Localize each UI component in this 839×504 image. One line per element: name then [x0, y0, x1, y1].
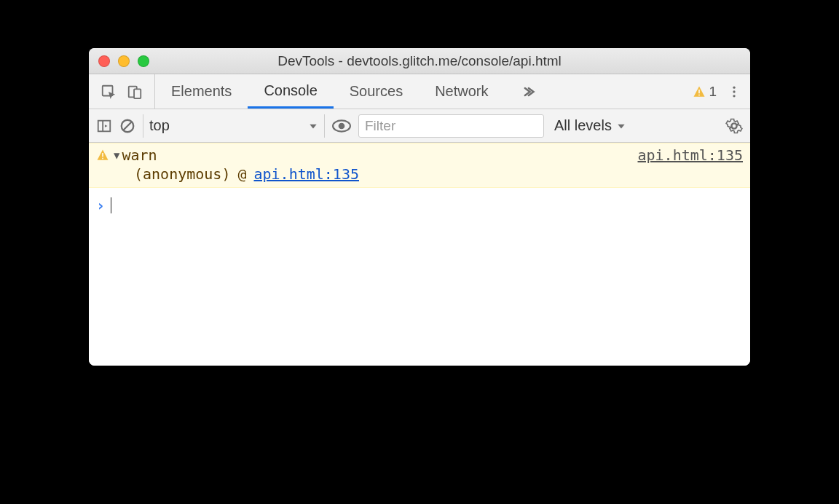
svg-rect-8	[98, 120, 111, 131]
kebab-menu-icon[interactable]	[727, 84, 741, 99]
svg-rect-3	[699, 90, 701, 93]
svg-point-6	[733, 90, 735, 92]
zoom-icon[interactable]	[138, 55, 149, 67]
stack-trace: (anonymous) @ api.html:135	[96, 165, 743, 183]
tabs-overflow-button[interactable]	[505, 74, 551, 109]
text-caret	[111, 197, 111, 213]
svg-line-11	[124, 122, 132, 130]
svg-point-14	[732, 123, 736, 127]
main-tabbar: Elements Console Sources Network 1	[89, 74, 750, 109]
svg-point-13	[339, 122, 345, 129]
warnings-count: 1	[709, 84, 717, 100]
console-prompt[interactable]: ›	[89, 188, 750, 223]
window-title: DevTools - devtools.glitch.me/console/ap…	[89, 53, 750, 69]
svg-rect-16	[102, 158, 103, 160]
message-source-link[interactable]: api.html:135	[638, 146, 744, 164]
console-toolbar: top All levels	[89, 109, 750, 143]
inspect-element-icon[interactable]	[101, 84, 117, 100]
warning-icon	[96, 149, 109, 162]
minimize-icon[interactable]	[118, 55, 130, 67]
svg-rect-15	[102, 153, 103, 157]
titlebar: DevTools - devtools.glitch.me/console/ap…	[89, 48, 750, 74]
close-icon[interactable]	[98, 55, 110, 67]
svg-rect-2	[134, 89, 141, 98]
tab-sources[interactable]: Sources	[334, 74, 419, 109]
filter-input[interactable]	[358, 114, 544, 138]
warnings-badge[interactable]: 1	[693, 84, 717, 100]
context-selector[interactable]: top	[143, 114, 325, 138]
levels-label: All levels	[554, 117, 612, 134]
devtools-window: DevTools - devtools.glitch.me/console/ap…	[89, 48, 750, 366]
console-warning-message[interactable]: ▼ warn api.html:135 (anonymous) @ api.ht…	[89, 143, 750, 188]
traffic-lights	[89, 55, 149, 67]
tab-network[interactable]: Network	[419, 74, 504, 109]
svg-rect-4	[699, 94, 701, 95]
message-text: warn	[122, 146, 157, 164]
console-messages: ▼ warn api.html:135 (anonymous) @ api.ht…	[89, 143, 750, 366]
svg-point-5	[733, 86, 735, 88]
console-settings-icon[interactable]	[725, 117, 743, 135]
stack-function: (anonymous)	[134, 165, 230, 183]
live-expression-icon[interactable]	[332, 117, 351, 135]
chevron-down-icon	[308, 121, 318, 131]
tab-console[interactable]: Console	[248, 74, 333, 109]
stack-at: @	[237, 165, 246, 183]
stack-source-link[interactable]: api.html:135	[254, 165, 360, 183]
svg-point-7	[733, 95, 735, 97]
tab-elements[interactable]: Elements	[155, 74, 248, 109]
log-levels-selector[interactable]: All levels	[551, 117, 629, 134]
prompt-chevron-icon: ›	[96, 197, 105, 214]
disclosure-triangle-icon[interactable]: ▼	[114, 149, 119, 161]
device-toolbar-icon[interactable]	[127, 84, 143, 100]
clear-console-icon[interactable]	[119, 118, 135, 134]
chevron-down-icon	[616, 121, 626, 131]
context-label: top	[149, 117, 170, 134]
console-sidebar-toggle-icon[interactable]	[96, 118, 112, 134]
